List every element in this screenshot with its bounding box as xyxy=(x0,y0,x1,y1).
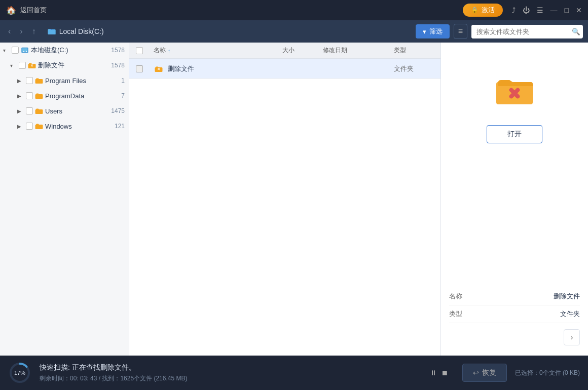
filter-icon: ▾ xyxy=(423,28,426,35)
deleted-folder-icon: ✕ xyxy=(27,61,36,70)
svg-text:✕: ✕ xyxy=(157,67,160,71)
sidebar-label-deleted: 删除文件 xyxy=(38,61,107,70)
file-header: 名称 ↑ 大小 修改日期 类型 xyxy=(129,43,440,59)
detail-info-name: 名称 删除文件 xyxy=(449,288,580,305)
sidebar-item-program-data[interactable]: ▶ ProgramData 7 xyxy=(0,88,129,103)
sidebar-item-users[interactable]: ▶ Users 1475 xyxy=(0,103,129,119)
tree-arrow-pf: ▶ xyxy=(17,78,24,84)
tree-check-u[interactable] xyxy=(26,107,33,114)
restore-icon: ↩ xyxy=(473,369,479,377)
search-input[interactable] xyxy=(471,25,567,38)
share-icon[interactable]: ⤴ xyxy=(512,6,516,14)
svg-point-5 xyxy=(26,51,27,52)
main-layout: ▾ 本地磁盘(C:) 1578 ▾ ✕ 删除文件 1578 ▶ xyxy=(0,43,588,356)
lock-icon: 🔒 xyxy=(471,7,479,14)
status-title: 快速扫描: 正在查找删除文件。 xyxy=(40,363,422,372)
activate-button[interactable]: 🔒 激活 xyxy=(463,4,503,17)
up-button[interactable]: ↑ xyxy=(29,25,39,38)
svg-text:✕: ✕ xyxy=(30,64,33,67)
sidebar-label-pd: ProgramData xyxy=(45,92,118,100)
row-type: 文件夹 xyxy=(390,64,440,73)
tree-arrow-1: ▾ xyxy=(10,63,17,68)
svg-text:17%: 17% xyxy=(14,370,25,376)
restore-button[interactable]: ↩ 恢复 xyxy=(462,364,507,382)
sidebar-count-windows: 121 xyxy=(115,123,125,130)
sidebar-item-deleted-files[interactable]: ▾ ✕ 删除文件 1578 xyxy=(0,58,129,73)
sidebar-count-local-disk: 1578 xyxy=(111,47,125,54)
folder-icon-pd xyxy=(34,91,44,100)
tree-arrow-0: ▾ xyxy=(3,48,10,53)
svg-rect-1 xyxy=(50,29,51,30)
row-name: ✕ 删除文件 xyxy=(150,64,278,73)
pause-button[interactable]: ⏸ xyxy=(430,369,437,377)
sort-icon[interactable]: ↑ xyxy=(168,48,171,54)
navbar: ‹ › ↑ Local Disk(C:) ▾ 筛选 ≡ 🔍 xyxy=(0,20,588,43)
statusbar: 17% 快速扫描: 正在查找删除文件。 剩余时间：00: 03: 43 / 找到… xyxy=(0,356,588,390)
search-box: 🔍 xyxy=(471,25,583,38)
power-icon[interactable]: ⏻ xyxy=(523,6,530,14)
tree-arrow-pd: ▶ xyxy=(17,93,24,99)
nav-folder-icon xyxy=(47,27,56,36)
tree-check-1[interactable] xyxy=(19,62,26,69)
titlebar-controls: ⤴ ⏻ ☰ — □ ✕ xyxy=(512,6,582,14)
row-folder-icon: ✕ xyxy=(154,64,164,73)
tree-check-w[interactable] xyxy=(26,123,33,130)
close-button[interactable]: ✕ xyxy=(576,6,582,14)
detail-open-button[interactable]: 打开 xyxy=(487,125,542,143)
titlebar-right: 🔒 激活 ⤴ ⏻ ☰ — □ ✕ xyxy=(463,4,582,17)
col-type-header: 类型 xyxy=(390,46,440,55)
home-label[interactable]: 返回首页 xyxy=(20,6,47,15)
sidebar-count-deleted: 1578 xyxy=(111,62,125,69)
titlebar: 🏠 返回首页 🔒 激活 ⤴ ⏻ ☰ — □ ✕ xyxy=(0,0,588,20)
stop-button[interactable]: ⏹ xyxy=(441,369,448,377)
sidebar-item-program-files[interactable]: ▶ Program Files 1 xyxy=(0,73,129,88)
folder-icon-u xyxy=(34,106,44,115)
detail-next-button[interactable]: › xyxy=(564,329,580,345)
header-check[interactable] xyxy=(129,47,150,54)
forward-button[interactable]: › xyxy=(17,25,25,38)
selected-info: 已选择：0个文件 (0 KB) xyxy=(515,369,580,377)
nav-path-text: Local Disk(C:) xyxy=(59,27,104,35)
status-controls: ⏸ ⏹ xyxy=(430,369,448,377)
back-button[interactable]: ‹ xyxy=(5,25,14,38)
filter-button[interactable]: ▾ 筛选 xyxy=(416,24,450,38)
tree-check-pd[interactable] xyxy=(26,92,33,99)
detail-info-type: 类型 文件夹 xyxy=(449,305,580,323)
detail-panel: 打开 名称 删除文件 类型 文件夹 › xyxy=(441,43,588,356)
detail-nav: › xyxy=(449,323,580,345)
svg-rect-4 xyxy=(23,51,24,52)
folder-icon-w xyxy=(34,122,44,131)
table-row[interactable]: ✕ 删除文件 文件夹 xyxy=(129,59,440,79)
row-check[interactable] xyxy=(129,65,150,72)
detail-folder-icon xyxy=(494,73,535,110)
maximize-button[interactable]: □ xyxy=(565,6,569,14)
menu-button[interactable]: ≡ xyxy=(454,24,467,39)
sidebar-label-pf: Program Files xyxy=(45,77,118,85)
sidebar-item-windows[interactable]: ▶ Windows 121 xyxy=(0,119,129,134)
tree-arrow-u: ▶ xyxy=(17,108,24,114)
sidebar-item-local-disk[interactable]: ▾ 本地磁盘(C:) 1578 xyxy=(0,43,129,58)
sidebar-count-pd: 7 xyxy=(121,92,125,99)
sidebar: ▾ 本地磁盘(C:) 1578 ▾ ✕ 删除文件 1578 ▶ xyxy=(0,43,129,356)
search-button[interactable]: 🔍 xyxy=(567,25,583,38)
home-icon: 🏠 xyxy=(6,6,16,15)
sidebar-count-users: 1475 xyxy=(111,107,125,114)
folder-icon-pf xyxy=(34,76,44,85)
sidebar-label-local-disk: 本地磁盘(C:) xyxy=(31,46,107,55)
detail-info: 名称 删除文件 类型 文件夹 xyxy=(449,278,580,323)
tree-check-pf[interactable] xyxy=(26,77,33,84)
status-text: 快速扫描: 正在查找删除文件。 剩余时间：00: 03: 43 / 找到：162… xyxy=(40,363,422,383)
tree-check-0[interactable] xyxy=(12,47,19,54)
menu-icon[interactable]: ☰ xyxy=(537,6,543,14)
minimize-button[interactable]: — xyxy=(550,6,558,14)
status-subtitle: 剩余时间：00: 03: 43 / 找到：1625个文件 (216.45 MB) xyxy=(40,374,422,383)
sidebar-label-windows: Windows xyxy=(45,123,111,130)
tree-arrow-w: ▶ xyxy=(17,124,24,129)
disk-icon xyxy=(20,46,29,55)
sidebar-count-pf: 1 xyxy=(121,77,125,84)
sidebar-label-users: Users xyxy=(45,107,107,115)
col-date-header: 修改日期 xyxy=(319,46,390,55)
file-panel: 名称 ↑ 大小 修改日期 类型 ✕ 删除文件 文件夹 xyxy=(129,43,441,356)
nav-arrows: ‹ › ↑ xyxy=(5,25,39,38)
col-name-header: 名称 ↑ xyxy=(150,46,278,55)
